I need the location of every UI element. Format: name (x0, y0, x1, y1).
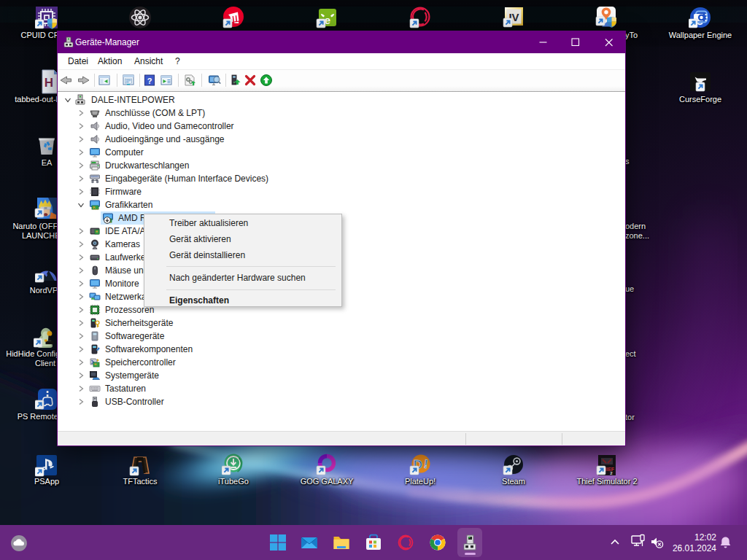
svg-text:H: H (44, 76, 53, 90)
svg-text:?: ? (147, 77, 152, 85)
